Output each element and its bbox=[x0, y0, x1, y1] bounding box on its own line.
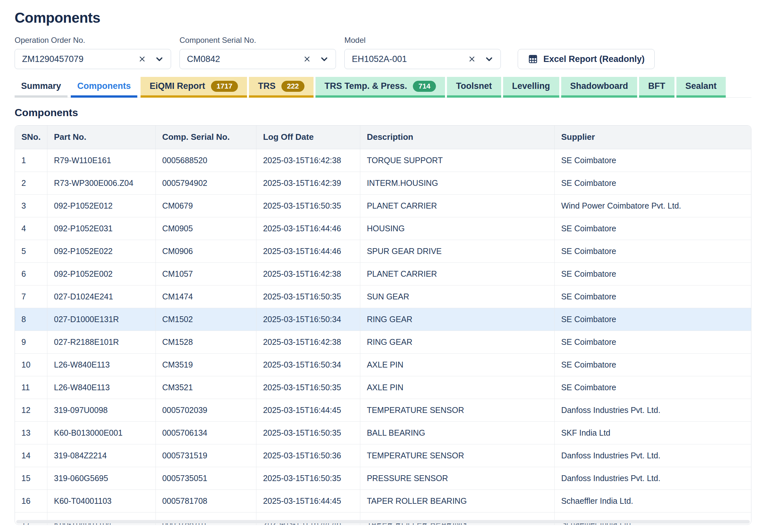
tab-label: EiQMI Report bbox=[150, 81, 205, 91]
table-row[interactable]: 8027-D1000E131RCM15022025-03-15T16:50:34… bbox=[15, 308, 751, 331]
cell-description: SUN GEAR bbox=[360, 285, 555, 308]
clear-icon[interactable] bbox=[468, 55, 476, 63]
cell-supplier: SE Coimbatore bbox=[554, 353, 751, 376]
cell-part-no: K60-B013000E001 bbox=[47, 421, 155, 444]
cell-supplier: Schaeffler India Ltd. bbox=[554, 490, 751, 512]
cell-description: PLANET CARRIER bbox=[360, 194, 555, 217]
tab-label: Toolsnet bbox=[456, 81, 492, 91]
cell-sno: 3 bbox=[15, 194, 47, 217]
tab-trs[interactable]: TRS222 bbox=[249, 77, 313, 98]
table-row[interactable]: 6092-P1052E002CM10572025-03-15T16:42:38P… bbox=[15, 262, 751, 285]
tab-toolsnet[interactable]: Toolsnet bbox=[447, 77, 501, 98]
chevron-down-icon[interactable] bbox=[485, 55, 493, 63]
cell-description: TEMPERATURE SENSOR bbox=[360, 399, 555, 421]
tab-label: BFT bbox=[648, 81, 665, 91]
table-row[interactable]: 11L26-W840E113CM35212025-03-15T16:50:35A… bbox=[15, 376, 751, 399]
cell-comp-serial-no: CM1528 bbox=[155, 331, 256, 353]
filter-label-model: Model bbox=[344, 36, 501, 45]
cell-supplier: SE Coimbatore bbox=[554, 376, 751, 399]
clear-icon[interactable] bbox=[138, 55, 146, 63]
cell-log-off-date: 2025-03-15T16:50:35 bbox=[256, 467, 360, 490]
table-row[interactable]: 3092-P1052E012CM06792025-03-15T16:50:35P… bbox=[15, 194, 751, 217]
excel-report-button[interactable]: Excel Report (Readonly) bbox=[518, 49, 655, 69]
cell-log-off-date: 2025-03-15T16:50:36 bbox=[256, 444, 360, 467]
cell-part-no: 092-P1052E002 bbox=[47, 262, 155, 285]
cell-comp-serial-no: 0005781708 bbox=[155, 490, 256, 512]
table-row[interactable]: 16K60-T0400110300057817082025-03-15T16:4… bbox=[15, 490, 751, 512]
cell-supplier: Danfoss Industries Pvt. Ltd. bbox=[554, 399, 751, 421]
tab-eiqmi-report[interactable]: EiQMI Report1717 bbox=[140, 77, 247, 98]
cell-supplier: SE Coimbatore bbox=[554, 331, 751, 353]
cell-comp-serial-no: CM1474 bbox=[155, 285, 256, 308]
tab-shadowboard[interactable]: Shadowboard bbox=[561, 77, 638, 98]
cell-description: HOUSING bbox=[360, 217, 555, 240]
cell-sno: 12 bbox=[15, 399, 47, 421]
table-row[interactable]: 12319-097U009800057020392025-03-15T16:44… bbox=[15, 399, 751, 421]
cell-comp-serial-no: 0005735051 bbox=[155, 467, 256, 490]
cell-description: TAPER ROLLER BEARING bbox=[360, 490, 555, 512]
tab-count-badge: 714 bbox=[413, 81, 436, 92]
cell-sno: 1 bbox=[15, 149, 47, 172]
horizontal-scrollbar[interactable] bbox=[16, 520, 750, 524]
table-row[interactable]: 13K60-B013000E00100057061342025-03-15T16… bbox=[15, 421, 751, 444]
clear-icon[interactable] bbox=[303, 55, 311, 63]
table-row[interactable]: 2R73-WP300E006.Z0400057949022025-03-15T1… bbox=[15, 172, 751, 194]
table-row[interactable]: 1R79-W110E16100056885202025-03-15T16:42:… bbox=[15, 149, 751, 172]
tab-label: Components bbox=[77, 81, 131, 91]
component-serial-value: CM0842 bbox=[187, 54, 303, 64]
cell-log-off-date: 2025-03-15T16:50:35 bbox=[256, 194, 360, 217]
tab-count-badge: 222 bbox=[281, 81, 304, 92]
cell-part-no: L26-W840E113 bbox=[47, 376, 155, 399]
cell-supplier: SKF India Ltd bbox=[554, 421, 751, 444]
cell-part-no: 092-P1052E022 bbox=[47, 240, 155, 262]
cell-part-no: 027-R2188E101R bbox=[47, 331, 155, 353]
tab-label: TRS Temp. & Press. bbox=[324, 81, 407, 91]
tab-label: Summary bbox=[21, 81, 61, 91]
cell-comp-serial-no: CM0905 bbox=[155, 217, 256, 240]
cell-log-off-date: 2025-03-15T16:44:45 bbox=[256, 399, 360, 421]
cell-part-no: 092-P1052E012 bbox=[47, 194, 155, 217]
cell-sno: 2 bbox=[15, 172, 47, 194]
table-row[interactable]: 4092-P1052E031CM09052025-03-15T16:44:46H… bbox=[15, 217, 751, 240]
tab-bft[interactable]: BFT bbox=[639, 77, 674, 98]
tab-levelling[interactable]: Levelling bbox=[503, 77, 559, 98]
table-row[interactable]: 14319-084Z221400057315192025-03-15T16:50… bbox=[15, 444, 751, 467]
excel-report-button-label: Excel Report (Readonly) bbox=[543, 54, 645, 64]
cell-comp-serial-no: CM3519 bbox=[155, 353, 256, 376]
cell-log-off-date: 2025-03-15T16:50:35 bbox=[256, 285, 360, 308]
model-value: EH1052A-001 bbox=[352, 54, 468, 64]
tab-summary[interactable]: Summary bbox=[15, 77, 67, 98]
column-header-supplier: Supplier bbox=[554, 126, 751, 149]
chevron-down-icon[interactable] bbox=[155, 55, 164, 63]
table-row[interactable]: 15319-060G569500057350512025-03-15T16:50… bbox=[15, 467, 751, 490]
tab-trs-temp-press[interactable]: TRS Temp. & Press.714 bbox=[315, 77, 445, 98]
cell-part-no: 319-084Z2214 bbox=[47, 444, 155, 467]
model-combobox[interactable]: EH1052A-001 bbox=[344, 49, 501, 69]
table-row[interactable]: 10L26-W840E113CM35192025-03-15T16:50:34A… bbox=[15, 353, 751, 376]
operation-order-combobox[interactable]: ZM1290457079 bbox=[15, 49, 171, 69]
column-header-part-no: Part No. bbox=[47, 126, 155, 149]
table-row[interactable]: 5092-P1052E022CM09062025-03-15T16:44:46S… bbox=[15, 240, 751, 262]
tab-label: Sealant bbox=[686, 81, 717, 91]
cell-log-off-date: 2025-03-15T16:50:34 bbox=[256, 353, 360, 376]
cell-part-no: R79-W110E161 bbox=[47, 149, 155, 172]
cell-supplier: SE Coimbatore bbox=[554, 172, 751, 194]
cell-part-no: R73-WP300E006.Z04 bbox=[47, 172, 155, 194]
cell-description: SPUR GEAR DRIVE bbox=[360, 240, 555, 262]
table-row[interactable]: 9027-R2188E101RCM15282025-03-15T16:42:38… bbox=[15, 331, 751, 353]
spreadsheet-grid-icon bbox=[528, 54, 538, 64]
cell-comp-serial-no: 0005731519 bbox=[155, 444, 256, 467]
filter-component-serial: Component Serial No. CM0842 bbox=[179, 36, 336, 69]
table-row[interactable]: 7027-D1024E241CM14742025-03-15T16:50:35S… bbox=[15, 285, 751, 308]
tab-label: TRS bbox=[258, 81, 275, 91]
tab-sealant[interactable]: Sealant bbox=[676, 77, 726, 98]
cell-part-no: 027-D1024E241 bbox=[47, 285, 155, 308]
cell-sno: 13 bbox=[15, 421, 47, 444]
tab-components[interactable]: Components bbox=[71, 77, 137, 98]
cell-description: RING GEAR bbox=[360, 331, 555, 353]
cell-sno: 10 bbox=[15, 353, 47, 376]
cell-log-off-date: 2025-03-15T16:42:39 bbox=[256, 172, 360, 194]
filter-label-operation-order: Operation Order No. bbox=[15, 36, 171, 45]
chevron-down-icon[interactable] bbox=[320, 55, 328, 63]
component-serial-combobox[interactable]: CM0842 bbox=[179, 49, 336, 69]
